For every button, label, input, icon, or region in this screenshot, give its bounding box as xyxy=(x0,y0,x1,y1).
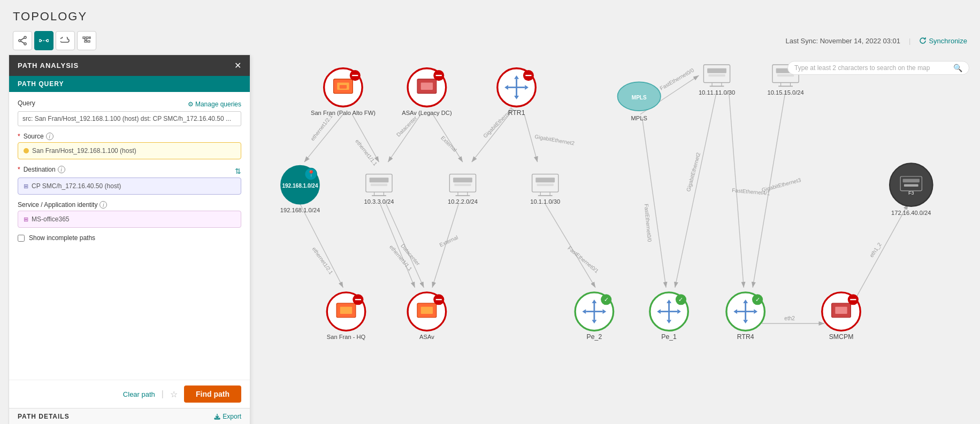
node-net1011-label: 10.1.1.0/30 xyxy=(530,198,560,205)
source-info-icon: i xyxy=(46,133,53,140)
edge-label-fasteth00b: FastEthernet0/0 xyxy=(644,204,653,243)
svg-rect-61 xyxy=(453,178,472,182)
node-mpls[interactable]: MPLS MPLS xyxy=(617,82,660,121)
toolbar: Last Sync: November 14, 2022 03:01 | Syn… xyxy=(0,29,980,55)
svg-rect-40 xyxy=(707,68,726,73)
node-mpls-label: MPLS xyxy=(632,95,647,101)
svg-rect-54 xyxy=(366,174,392,192)
node-net10111-label: 10.11.11.0/30 xyxy=(699,89,735,96)
node-pe2-label: Pe_2 xyxy=(587,333,602,341)
node-rtr1[interactable]: RTR1 xyxy=(497,68,536,117)
node-net1033-label: 10.3.3.0/24 xyxy=(364,198,394,205)
edge-label-gige2b: GigabitEthernet2 xyxy=(685,152,701,192)
header-right: Last Sync: November 14, 2022 03:01 | Syn… xyxy=(785,37,967,45)
svg-point-2 xyxy=(19,40,21,42)
edge-rtr1-1022 xyxy=(472,114,509,162)
edge-smcpm-17216 xyxy=(848,204,908,311)
manage-queries-link[interactable]: ⚙ Manage queries xyxy=(188,101,241,108)
destination-info-icon: i xyxy=(58,166,65,173)
show-incomplete-row: Show incomplete paths xyxy=(18,234,241,242)
search-icon[interactable]: 🔍 xyxy=(953,64,962,72)
dest-bookmark-icon: ⊞ xyxy=(24,183,28,190)
edge-label-eth2: eth2 xyxy=(784,315,795,321)
show-incomplete-label: Show incomplete paths xyxy=(29,234,95,242)
edge-host192-sfhq xyxy=(300,204,343,287)
node-net-1022[interactable]: 10.2.2.0/24 xyxy=(448,174,478,205)
edge-label-eth12: eth1_2 xyxy=(868,241,883,258)
hierarchy-toolbar-btn[interactable] xyxy=(77,31,96,50)
node-net-10111[interactable]: 10.11.11.0/30 xyxy=(699,65,735,96)
svg-text:✓: ✓ xyxy=(604,296,609,303)
svg-rect-10 xyxy=(89,37,90,38)
node-asav[interactable]: ASAv xyxy=(408,292,446,340)
svg-text:MPLS: MPLS xyxy=(631,115,647,121)
node-host192[interactable]: 192.168.1.0/24 📍 192.168.1.0/24 xyxy=(280,166,320,213)
node-asav-legacy-label: ASAv (Legacy DC) xyxy=(402,110,452,116)
path-toolbar-btn[interactable] xyxy=(34,31,53,50)
swap-button[interactable]: ⇅ xyxy=(235,167,241,175)
export-button[interactable]: Export xyxy=(214,413,241,420)
edge-label-external: External xyxy=(440,135,458,153)
svg-rect-111 xyxy=(835,307,847,314)
node-pe1[interactable]: ✓ Pe_1 xyxy=(650,292,688,341)
svg-rect-79 xyxy=(421,307,433,314)
node-net17216-label: 172.16.40.0/24 xyxy=(891,210,931,216)
star-button[interactable]: ☆ xyxy=(170,389,178,399)
svg-text:✓: ✓ xyxy=(678,296,683,303)
source-label: Source i xyxy=(18,133,241,140)
edge-label-gige2: GigabitEthernet2 xyxy=(534,134,576,147)
node-net-1033[interactable]: 10.3.3.0/24 xyxy=(364,174,394,205)
svg-rect-15 xyxy=(215,418,220,419)
share-toolbar-btn[interactable] xyxy=(13,31,32,50)
panel-close-button[interactable]: ✕ xyxy=(234,60,241,71)
find-path-button[interactable]: Find path xyxy=(184,386,241,403)
svg-rect-12 xyxy=(88,41,90,42)
node-net17216-label-inner: F3 xyxy=(908,190,914,196)
svg-rect-47 xyxy=(777,74,794,76)
service-grid-icon: ⊞ xyxy=(24,216,28,223)
node-pe2[interactable]: ✓ Pe_2 xyxy=(575,292,614,341)
node-smcpm-label: SMCPM xyxy=(829,333,854,341)
show-incomplete-checkbox[interactable] xyxy=(18,235,25,242)
node-rtr1-label: RTR1 xyxy=(508,109,525,117)
edge-10111-pe1 xyxy=(675,90,717,288)
edge-label-fasteth01: FastEthernet0/1 xyxy=(566,245,600,274)
edge-label-fasteth00a: FastEthernet0/0 xyxy=(659,67,695,91)
panel-header: PATH ANALYSIS ✕ xyxy=(9,55,250,76)
path-details-label: PATH DETAILS xyxy=(18,413,70,420)
svg-point-6 xyxy=(47,40,49,42)
query-input[interactable] xyxy=(18,111,241,126)
node-asav-label: ASAv xyxy=(419,334,434,340)
svg-point-1 xyxy=(24,43,26,45)
node-host192-label-inner: 192.168.1.0/24 xyxy=(282,183,318,189)
action-row: Clear path | ☆ Find path xyxy=(9,380,250,408)
topology-canvas: 🔍 ethernet1/2.1 ethernet1/1.1 Datacenter… xyxy=(250,55,980,424)
node-smcpm[interactable]: SMCPM xyxy=(822,292,861,341)
service-value: MS-office365 xyxy=(32,215,69,223)
node-san-fran-hq-label: San Fran - HQ xyxy=(327,334,366,340)
node-net-1011[interactable]: 10.1.1.0/30 xyxy=(530,174,560,205)
synchronize-button[interactable]: Synchronize xyxy=(919,37,967,45)
service-info-icon: i xyxy=(99,201,107,209)
node-net-17216[interactable]: F3 172.16.40.0/24 xyxy=(890,163,932,215)
dest-row: Destination i ⇅ xyxy=(18,166,241,175)
svg-rect-9 xyxy=(86,37,88,38)
destination-field: ⊞ CP SMC/h_172.16.40.50 (host) xyxy=(18,178,241,195)
edge-mpls-pe1 xyxy=(642,117,666,288)
node-rtr4-label: RTR4 xyxy=(737,333,754,341)
panel-title: PATH ANALYSIS xyxy=(18,61,79,70)
search-input[interactable] xyxy=(794,64,953,72)
clear-path-button[interactable]: Clear path xyxy=(123,390,155,398)
node-net101515-label: 10.15.15.0/24 xyxy=(767,89,803,96)
svg-line-3 xyxy=(21,38,25,40)
svg-rect-74 xyxy=(340,307,352,314)
source-value: San Fran/Host_192.168.1.100 (host) xyxy=(32,147,136,155)
node-host192-label: 192.168.1.0/24 xyxy=(280,207,320,213)
node-rtr4[interactable]: ✓ RTR4 xyxy=(726,292,765,341)
edge-1033-asav xyxy=(380,204,415,287)
svg-rect-67 xyxy=(535,178,555,182)
node-san-fran-fw[interactable]: San Fran (Palo Alto FW) xyxy=(311,68,376,116)
node-asav-legacy[interactable]: ASAv (Legacy DC) xyxy=(402,68,452,116)
node-san-fran-hq[interactable]: San Fran - HQ xyxy=(327,292,366,340)
cloud-toolbar-btn[interactable] xyxy=(56,31,75,50)
